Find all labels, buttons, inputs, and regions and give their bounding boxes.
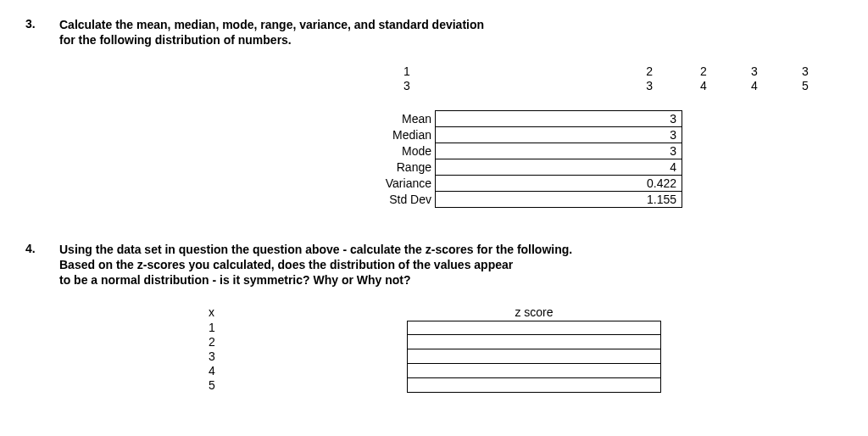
stat-row-median: Median 3	[360, 126, 682, 143]
stat-label: Range	[360, 159, 436, 175]
data-val: 3	[403, 79, 410, 92]
zscore-cell	[407, 364, 661, 378]
zscore-cell	[407, 378, 661, 393]
data-val: 5	[802, 79, 809, 92]
question-3: 3. Calculate the mean, median, mode, ran…	[25, 17, 843, 208]
zscore-row: 3	[203, 349, 843, 364]
stat-row-range: Range 4	[360, 159, 682, 175]
data-val: 2	[700, 64, 707, 78]
question-4-number: 4.	[25, 242, 59, 393]
data-val: 3	[646, 79, 653, 92]
question-4-text: Using the data set in question the quest…	[59, 242, 843, 288]
x-value: 5	[203, 378, 407, 392]
data-cell: 1 3	[381, 64, 432, 93]
q4-text-line2: Based on the z-scores you calculated, do…	[59, 258, 513, 271]
zscore-cell	[407, 349, 661, 364]
stat-label: Mode	[360, 143, 436, 159]
stat-row-stddev: Std Dev 1.155	[360, 191, 682, 207]
stat-label: Median	[360, 126, 436, 143]
data-val: 3	[751, 64, 758, 78]
q3-text-line2: for the following distribution of number…	[59, 33, 292, 47]
stat-row-mean: Mean 3	[360, 110, 682, 126]
stat-row-mode: Mode 3	[360, 143, 682, 159]
zscore-row: 2	[203, 335, 843, 349]
q4-text-line1: Using the data set in question the quest…	[59, 243, 572, 256]
question-3-number: 3.	[25, 17, 59, 208]
stat-row-variance: Variance 0.422	[360, 175, 682, 191]
data-val: 2	[646, 64, 653, 78]
question-4: 4. Using the data set in question the qu…	[25, 242, 843, 393]
question-3-body: Calculate the mean, median, mode, range,…	[59, 17, 843, 208]
stat-value: 3	[436, 110, 682, 126]
stat-label: Variance	[360, 175, 436, 191]
question-3-text: Calculate the mean, median, mode, range,…	[59, 17, 843, 48]
q3-text-line1: Calculate the mean, median, mode, range,…	[59, 18, 484, 31]
data-val: 1	[403, 64, 410, 78]
stat-value: 3	[436, 143, 682, 159]
zscore-row: 4	[203, 364, 843, 378]
question-4-body: Using the data set in question the quest…	[59, 242, 843, 393]
zscore-header-label: z score	[407, 305, 661, 319]
x-value: 1	[203, 321, 407, 334]
x-value: 4	[203, 364, 407, 377]
data-cell: 3 4	[729, 64, 780, 93]
data-val: 4	[700, 79, 707, 92]
data-val: 4	[751, 79, 758, 92]
x-value: 2	[203, 335, 407, 349]
q4-text-line3: to be a normal distribution - is it symm…	[59, 273, 411, 287]
stat-label: Mean	[360, 110, 436, 126]
zscore-row: 1	[203, 321, 843, 335]
zscore-header: x z score	[203, 305, 843, 319]
x-value: 3	[203, 349, 407, 363]
stat-value: 3	[436, 126, 682, 143]
zscore-cell	[407, 335, 661, 349]
stat-value: 0.422	[436, 175, 682, 191]
zscore-cell	[407, 321, 661, 335]
stat-label: Std Dev	[360, 191, 436, 207]
data-numbers: 1 3 2 3 2 4 3 4 3 5	[381, 64, 843, 93]
x-header: x	[203, 305, 407, 319]
zscore-row: 5	[203, 378, 843, 393]
zscore-table: x z score 1 2 3 4 5	[203, 305, 843, 393]
data-cell: 3 5	[780, 64, 831, 93]
stat-value: 4	[436, 159, 682, 175]
stat-value: 1.155	[436, 191, 682, 207]
data-cell: 2 4	[678, 64, 729, 93]
data-val: 3	[802, 64, 809, 78]
stats-table: Mean 3 Median 3 Mode 3 Range 4 Variance …	[360, 110, 682, 208]
data-cell: 2 3	[432, 64, 678, 93]
